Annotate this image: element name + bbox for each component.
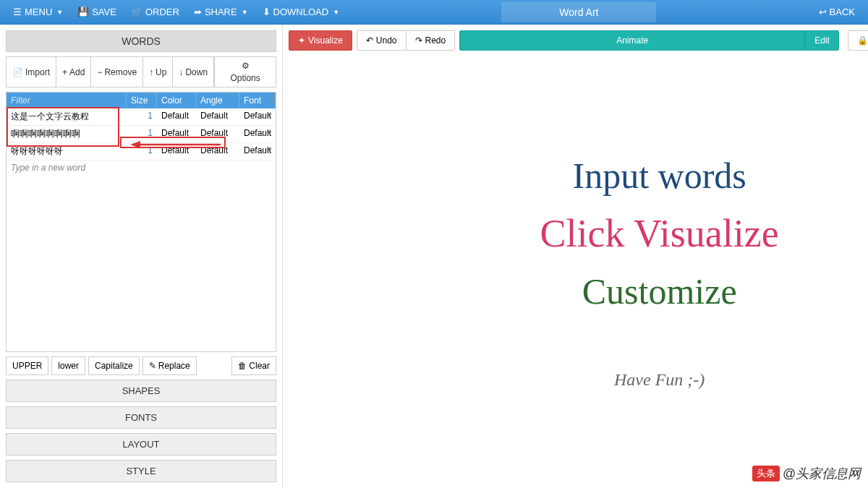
hint-have-fun: Have Fun ;-) xyxy=(614,370,705,390)
gear-icon: ⚙ xyxy=(242,61,250,71)
options-button[interactable]: ⚙Options xyxy=(214,57,276,87)
word-cell[interactable]: 这是一个文字云教程 xyxy=(7,108,127,125)
animate-button[interactable]: Animate xyxy=(459,30,805,51)
style-section[interactable]: STYLE xyxy=(6,460,276,482)
scroll-handle[interactable]: ▴▾ xyxy=(271,93,274,104)
words-toolbar: 📄Import +Add −Remove ↑Up ↓Down ⚙Options xyxy=(6,56,276,87)
menu-button[interactable]: ☰ MENU ▼ xyxy=(6,2,70,22)
undo-icon: ↶ xyxy=(366,35,373,46)
lock-button[interactable]: 🔒Lock xyxy=(848,30,868,51)
download-icon: ⬇ xyxy=(263,7,271,17)
remove-button[interactable]: −Remove xyxy=(91,57,143,87)
font-cell[interactable]: Default xyxy=(239,126,276,142)
replace-button[interactable]: ✎Replace xyxy=(142,356,197,375)
up-button[interactable]: ↑Up xyxy=(143,57,173,87)
back-button[interactable]: ↩ BACK xyxy=(812,2,862,22)
lower-button[interactable]: lower xyxy=(51,356,85,375)
word-cell[interactable]: 呀呀呀呀呀呀 xyxy=(7,143,127,160)
new-word-input[interactable]: Type in a new word xyxy=(7,160,276,175)
size-cell[interactable]: 1 xyxy=(127,126,157,142)
minus-icon: − xyxy=(97,67,102,77)
hint-click-visualize: Click Visualize xyxy=(540,211,779,256)
fonts-section[interactable]: FONTS xyxy=(6,406,276,429)
arrow-up-icon: ↑ xyxy=(149,67,153,77)
words-panel-title[interactable]: WORDS xyxy=(6,30,276,52)
save-icon: 💾 xyxy=(77,7,89,17)
color-cell[interactable]: Default xyxy=(157,143,196,160)
watermark: 头条 @头家信息网 xyxy=(752,465,861,482)
color-cell[interactable]: Default xyxy=(157,126,196,142)
visualize-button[interactable]: ✦Visualize xyxy=(289,30,352,51)
table-row[interactable]: 这是一个文字云教程 1 Default Default Default xyxy=(7,108,276,126)
left-sidebar: WORDS 📄Import +Add −Remove ↑Up ↓Down ⚙Op… xyxy=(0,25,283,488)
size-cell[interactable]: 1 xyxy=(127,143,157,160)
col-angle[interactable]: Angle xyxy=(196,93,239,108)
order-button[interactable]: 🛒 ORDER xyxy=(124,2,187,22)
down-button[interactable]: ↓Down xyxy=(173,57,214,87)
edit-icon: ✎ xyxy=(149,361,156,371)
layout-section[interactable]: LAYOUT xyxy=(6,433,276,455)
file-icon: 📄 xyxy=(12,67,23,77)
font-cell[interactable]: Default xyxy=(239,108,276,125)
capitalize-button[interactable]: Capitalize xyxy=(88,356,140,375)
save-button[interactable]: 💾 SAVE xyxy=(70,2,124,22)
add-button[interactable]: +Add xyxy=(56,57,91,87)
word-cell[interactable]: 啊啊啊啊啊啊啊啊 xyxy=(7,126,127,142)
canvas-toolbar: ✦Visualize ↶Undo ↷Redo Animate Edit 🔒Loc… xyxy=(283,25,868,56)
edit-button[interactable]: Edit xyxy=(805,30,839,51)
color-cell[interactable]: Default xyxy=(157,108,196,125)
watermark-badge: 头条 xyxy=(752,466,780,481)
undo-button[interactable]: ↶Undo xyxy=(357,30,407,51)
lock-icon: 🔒 xyxy=(857,35,868,46)
angle-cell[interactable]: Default xyxy=(196,126,239,142)
hint-customize: Customize xyxy=(582,270,737,312)
magic-icon: ✦ xyxy=(298,35,305,46)
col-color[interactable]: Color xyxy=(157,93,196,108)
redo-button[interactable]: ↷Redo xyxy=(406,30,456,51)
filter-input[interactable] xyxy=(11,95,122,106)
back-icon: ↩ xyxy=(819,7,827,17)
download-button[interactable]: ⬇ DOWNLOAD ▼ xyxy=(255,2,346,22)
share-icon: ➦ xyxy=(194,7,202,17)
chevron-down-icon: ▼ xyxy=(242,9,248,16)
table-row[interactable]: 啊啊啊啊啊啊啊啊 1 Default Default Default xyxy=(7,126,276,143)
redo-icon: ↷ xyxy=(415,35,422,46)
chevron-down-icon: ▼ xyxy=(333,9,339,16)
table-row[interactable]: 呀呀呀呀呀呀 1 Default Default Default xyxy=(7,143,276,160)
plus-icon: + xyxy=(62,67,67,77)
app-title[interactable]: Word Art xyxy=(501,2,656,22)
shapes-section[interactable]: SHAPES xyxy=(6,380,276,402)
angle-cell[interactable]: Default xyxy=(196,108,239,125)
arrow-down-icon: ↓ xyxy=(179,67,183,77)
menu-icon: ☰ xyxy=(13,7,22,17)
size-cell[interactable]: 1 xyxy=(127,108,157,125)
words-table: Size Color Angle Font ▴▾ 这是一个文字云教程 1 Def… xyxy=(6,92,276,352)
font-cell[interactable]: Default xyxy=(239,143,276,160)
clear-button[interactable]: 🗑Clear xyxy=(231,356,276,375)
top-nav: ☰ MENU ▼ 💾 SAVE 🛒 ORDER ➦ SHARE ▼ ⬇ DOWN… xyxy=(0,0,868,25)
upper-button[interactable]: UPPER xyxy=(6,356,48,375)
trash-icon: 🗑 xyxy=(238,361,247,371)
main-area: ✦Visualize ↶Undo ↷Redo Animate Edit 🔒Loc… xyxy=(283,25,868,488)
cart-icon: 🛒 xyxy=(131,7,142,17)
canvas[interactable]: Input words Click Visualize Customize Ha… xyxy=(283,56,868,488)
hint-input-words: Input words xyxy=(573,155,746,197)
chevron-down-icon: ▼ xyxy=(56,9,63,16)
import-button[interactable]: 📄Import xyxy=(7,57,56,87)
share-button[interactable]: ➦ SHARE ▼ xyxy=(187,2,255,22)
watermark-text: @头家信息网 xyxy=(783,465,861,482)
col-size[interactable]: Size xyxy=(127,93,157,108)
angle-cell[interactable]: Default xyxy=(196,143,239,160)
case-toolbar: UPPER lower Capitalize ✎Replace 🗑Clear xyxy=(6,356,276,375)
